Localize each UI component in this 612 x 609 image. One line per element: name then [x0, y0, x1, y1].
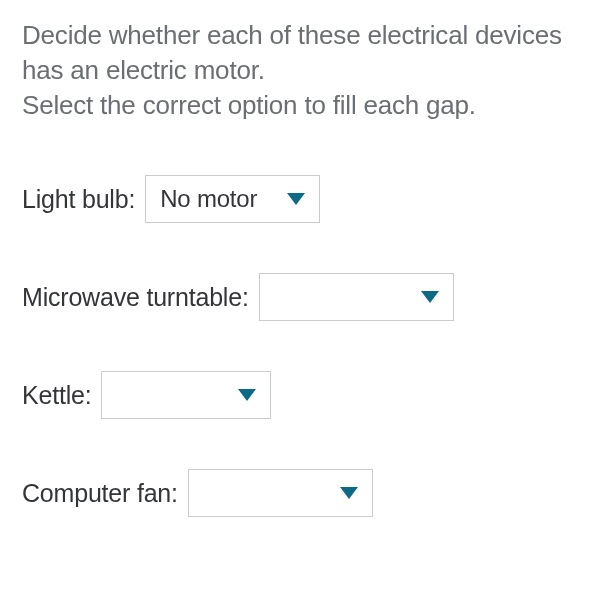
label-computer-fan: Computer fan:	[22, 479, 178, 508]
dropdown-microwave-turntable[interactable]: .	[259, 273, 454, 321]
svg-marker-2	[238, 389, 256, 401]
row-kettle: Kettle: .	[22, 371, 590, 419]
label-light-bulb: Light bulb:	[22, 185, 135, 214]
prompt-line-2: Select the correct option to fill each g…	[22, 90, 476, 120]
row-microwave-turntable: Microwave turntable: .	[22, 273, 590, 321]
row-computer-fan: Computer fan: .	[22, 469, 590, 517]
svg-marker-1	[421, 291, 439, 303]
chevron-down-icon	[340, 487, 358, 499]
dropdown-light-bulb[interactable]: No motor	[145, 175, 320, 223]
dropdown-value: No motor	[160, 185, 257, 213]
label-kettle: Kettle:	[22, 381, 91, 410]
question-prompt: Decide whether each of these electrical …	[22, 18, 590, 123]
chevron-down-icon	[238, 389, 256, 401]
row-light-bulb: Light bulb: No motor	[22, 175, 590, 223]
dropdown-computer-fan[interactable]: .	[188, 469, 373, 517]
dropdown-kettle[interactable]: .	[101, 371, 271, 419]
prompt-line-1: Decide whether each of these electrical …	[22, 20, 562, 85]
svg-marker-0	[287, 193, 305, 205]
svg-marker-3	[340, 487, 358, 499]
label-microwave-turntable: Microwave turntable:	[22, 283, 249, 312]
chevron-down-icon	[287, 193, 305, 205]
chevron-down-icon	[421, 291, 439, 303]
